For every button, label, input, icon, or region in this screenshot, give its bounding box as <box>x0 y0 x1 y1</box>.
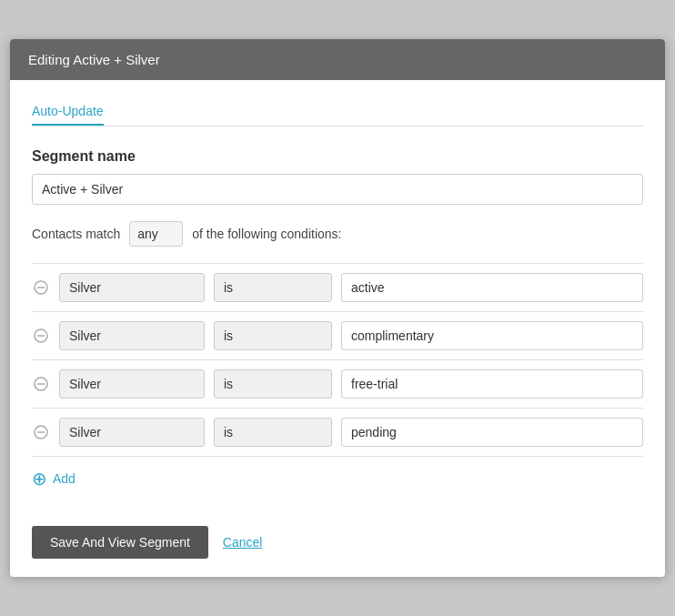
condition-operator-select[interactable]: is is not <box>214 321 332 350</box>
condition-row: Silver is is not <box>32 409 643 457</box>
condition-field-select[interactable]: Silver <box>59 321 205 350</box>
condition-row: Silver is is not <box>32 360 643 409</box>
add-condition-row[interactable]: ⊕ Add <box>32 457 643 493</box>
remove-condition-button[interactable] <box>32 425 50 439</box>
modal-title: Editing Active + Silver <box>28 52 160 67</box>
condition-value-input[interactable] <box>341 369 643 399</box>
remove-condition-button[interactable] <box>32 328 50 343</box>
condition-operator-select[interactable]: is is not <box>214 418 332 447</box>
tab-bar: Auto-Update <box>32 98 643 126</box>
modal-body: Auto-Update Segment name Contacts match … <box>10 80 665 515</box>
remove-condition-button[interactable] <box>32 377 50 391</box>
condition-value-input[interactable] <box>341 321 643 350</box>
condition-row: Silver is is not <box>32 264 643 312</box>
add-label: Add <box>53 471 76 486</box>
conditions-list: Silver is is not Silver is is not <box>32 263 643 457</box>
save-button[interactable]: Save And View Segment <box>32 526 208 559</box>
contacts-match-before-label: Contacts match <box>32 227 120 241</box>
contacts-match-row: Contacts match any all of the following … <box>32 221 643 247</box>
add-icon: ⊕ <box>32 470 47 488</box>
modal-container: Editing Active + Silver Auto-Update Segm… <box>10 39 665 577</box>
remove-condition-button[interactable] <box>32 280 50 295</box>
condition-value-input[interactable] <box>341 273 643 302</box>
condition-value-input[interactable] <box>341 418 643 447</box>
modal-footer: Save And View Segment Cancel <box>10 515 665 577</box>
contacts-match-after-label: of the following conditions: <box>192 227 341 241</box>
condition-row: Silver is is not <box>32 312 643 360</box>
condition-operator-select[interactable]: is is not <box>214 369 332 399</box>
segment-name-label: Segment name <box>32 148 643 165</box>
tab-auto-update[interactable]: Auto-Update <box>32 98 104 126</box>
condition-field-select[interactable]: Silver <box>59 418 205 447</box>
cancel-button[interactable]: Cancel <box>223 535 263 550</box>
condition-field-select[interactable]: Silver <box>59 369 205 399</box>
contacts-match-select[interactable]: any all <box>129 221 183 247</box>
condition-field-select[interactable]: Silver <box>59 273 205 302</box>
segment-name-input[interactable] <box>32 174 643 205</box>
condition-operator-select[interactable]: is is not <box>214 273 332 302</box>
modal-header: Editing Active + Silver <box>10 39 665 80</box>
